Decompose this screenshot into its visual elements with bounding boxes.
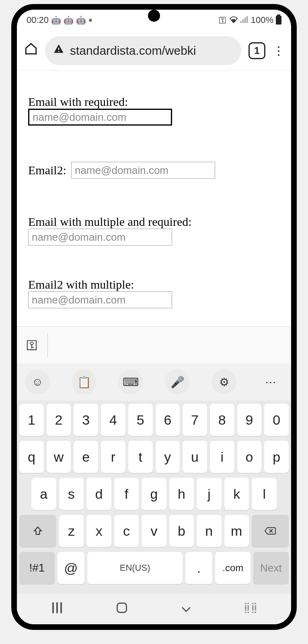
clipboard-icon[interactable]: 📋 <box>72 369 97 394</box>
key-w[interactable]: w <box>47 441 71 473</box>
android-icon: 🤖 <box>64 15 74 25</box>
webpage-content[interactable]: Email with required: Email2: Email with … <box>17 71 291 326</box>
battery-percent: 100% <box>251 15 273 25</box>
dotcom-key[interactable]: .com <box>215 552 251 584</box>
svg-rect-0 <box>240 21 242 23</box>
keyboard: ⚿ ☺ 📋 ⌨ 🎤 ⚙ ⋯ 1234567890 qwertyuiop asdf… <box>17 326 291 624</box>
key-o[interactable]: o <box>237 441 262 473</box>
vpn-key-icon: ⚿ <box>219 16 227 25</box>
svg-rect-5 <box>58 51 59 52</box>
svg-rect-2 <box>244 18 246 23</box>
key-k[interactable]: k <box>224 478 249 510</box>
key-h[interactable]: h <box>169 478 194 510</box>
home-button[interactable] <box>110 602 134 616</box>
key-row-bottom: !#1 @ EN(US) . .com Next <box>19 552 289 584</box>
home-icon[interactable] <box>24 42 38 59</box>
key-p[interactable]: p <box>264 441 289 473</box>
key-z[interactable]: z <box>59 515 84 547</box>
browser-bar: standardista.com/webki 1 ⋮ <box>17 31 291 71</box>
status-time: 00:20 <box>27 15 49 25</box>
field-label: Email2 with multiple: <box>28 278 280 291</box>
key-c[interactable]: c <box>114 515 139 547</box>
status-left: 00:20 🤖 🤖 🤖 • <box>27 15 92 25</box>
signal-icon <box>240 16 248 25</box>
field-group: Email with required: <box>28 95 280 126</box>
tab-count-number: 1 <box>254 45 259 56</box>
key-f[interactable]: f <box>114 478 139 510</box>
svg-rect-1 <box>242 19 244 23</box>
key-5[interactable]: 5 <box>128 404 153 436</box>
settings-gear-icon[interactable]: ⚙ <box>211 369 236 394</box>
emoji-icon[interactable]: ☺ <box>25 369 50 394</box>
phone-frame: 00:20 🤖 🤖 🤖 • ⚿ 100% <box>11 4 297 630</box>
key-a[interactable]: a <box>31 478 56 510</box>
key-b[interactable]: b <box>169 515 194 547</box>
key-7[interactable]: 7 <box>183 404 207 436</box>
at-key[interactable]: @ <box>57 552 85 584</box>
svg-rect-3 <box>246 16 248 23</box>
back-button[interactable] <box>174 602 198 616</box>
key-x[interactable]: x <box>86 515 111 547</box>
symbols-key[interactable]: !#1 <box>19 552 55 584</box>
field-label: Email2: <box>28 163 66 177</box>
password-key-icon[interactable]: ⚿ <box>23 336 42 355</box>
keyboard-mode-icon[interactable]: ⌨ <box>118 369 143 394</box>
period-key[interactable]: . <box>185 552 213 584</box>
key-row-3: asdfghjkl <box>19 478 289 510</box>
email-required-input[interactable] <box>28 109 172 126</box>
key-row-numbers: 1234567890 <box>19 404 289 436</box>
next-key[interactable]: Next <box>253 552 289 584</box>
battery-icon <box>276 16 281 25</box>
email2-multiple-input[interactable] <box>28 291 172 308</box>
key-3[interactable]: 3 <box>74 404 98 436</box>
key-row-4: zxcvbnm <box>19 515 289 547</box>
more-icon[interactable]: ⋯ <box>258 369 283 394</box>
not-secure-icon <box>53 43 64 58</box>
field-group: Email2 with multiple: <box>28 278 280 308</box>
key-j[interactable]: j <box>197 478 222 510</box>
backspace-key[interactable] <box>252 515 289 547</box>
address-bar[interactable]: standardista.com/webki <box>45 36 241 65</box>
key-q[interactable]: q <box>19 441 44 473</box>
recent-apps-button[interactable] <box>45 602 69 616</box>
key-m[interactable]: m <box>224 515 249 547</box>
key-v[interactable]: v <box>142 515 166 547</box>
key-y[interactable]: y <box>156 441 180 473</box>
key-r[interactable]: r <box>101 441 125 473</box>
key-4[interactable]: 4 <box>101 404 125 436</box>
android-icon: 🤖 <box>76 15 86 25</box>
key-n[interactable]: n <box>197 515 221 547</box>
key-s[interactable]: s <box>59 478 84 510</box>
spacebar-key[interactable]: EN(US) <box>87 552 182 584</box>
key-row-2: qwertyuiop <box>19 441 289 473</box>
email-multiple-required-input[interactable] <box>28 229 172 246</box>
phone-screen: 00:20 🤖 🤖 🤖 • ⚿ 100% <box>17 10 291 624</box>
wifi-icon <box>229 16 238 25</box>
key-d[interactable]: d <box>86 478 111 510</box>
key-i[interactable]: i <box>210 441 234 473</box>
key-6[interactable]: 6 <box>156 404 180 436</box>
menu-icon[interactable]: ⋮ <box>273 43 284 58</box>
key-2[interactable]: 2 <box>47 404 71 436</box>
key-l[interactable]: l <box>252 478 277 510</box>
key-e[interactable]: e <box>74 441 98 473</box>
url-text: standardista.com/webki <box>70 44 196 58</box>
suggestion-bar: ⚿ <box>17 326 291 363</box>
key-8[interactable]: 8 <box>210 404 234 436</box>
key-t[interactable]: t <box>128 441 153 473</box>
mic-icon[interactable]: 🎤 <box>165 369 190 394</box>
svg-rect-4 <box>58 48 59 50</box>
key-1[interactable]: 1 <box>19 404 44 436</box>
key-0[interactable]: 0 <box>264 404 289 436</box>
status-right: ⚿ 100% <box>219 15 281 25</box>
tab-switcher[interactable]: 1 <box>248 42 265 59</box>
hide-keyboard-icon[interactable]: ⠿⠿⠿⠿ <box>239 605 263 613</box>
shift-key[interactable] <box>19 515 56 547</box>
key-9[interactable]: 9 <box>237 404 262 436</box>
keyboard-keys: 1234567890 qwertyuiop asdfghjkl zxcvbnm … <box>17 400 291 594</box>
key-u[interactable]: u <box>183 441 207 473</box>
field-group: Email with multiple and required: <box>28 215 280 246</box>
keyboard-toolbar: ☺ 📋 ⌨ 🎤 ⚙ ⋯ <box>17 363 291 400</box>
key-g[interactable]: g <box>142 478 166 510</box>
email2-input[interactable] <box>71 162 215 179</box>
